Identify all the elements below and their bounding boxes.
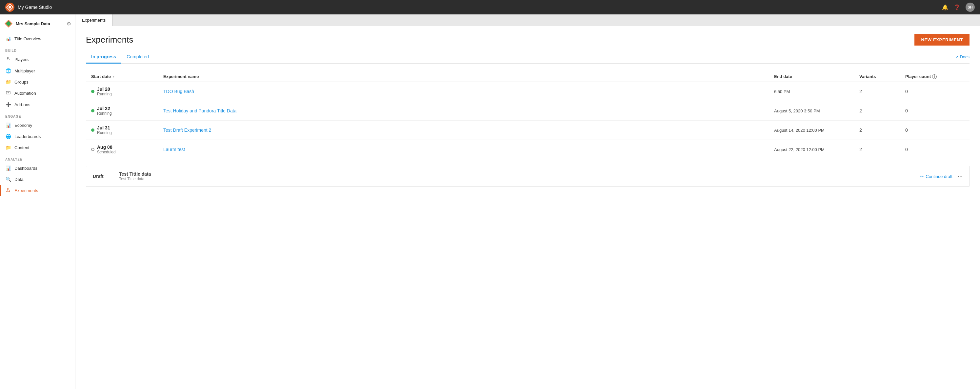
sidebar-item-title-overview[interactable]: 📊 Title Overview — [0, 33, 75, 44]
end-date-col: 6:50 PM — [774, 89, 859, 94]
start-date-col: Aug 08 Scheduled — [91, 144, 163, 154]
info-icon[interactable]: i — [932, 75, 937, 79]
end-date-col: August 14, 2020 12:00 PM — [774, 128, 859, 133]
sidebar: Mrs Sample Data ⚙ 📊 Title Overview BUILD… — [0, 14, 75, 389]
draft-name-col: Test Tittle data Test Tittle data — [119, 171, 913, 181]
content-icon: 📁 — [5, 145, 11, 150]
players-label: Players — [14, 57, 29, 62]
sidebar-item-automation[interactable]: Automation — [0, 87, 75, 99]
status-label: Running — [97, 130, 112, 135]
tab-experiments[interactable]: Experiments — [75, 14, 113, 26]
top-nav: My Game Studio 🔔 ❓ SH — [0, 0, 980, 14]
sidebar-item-leaderboards[interactable]: 🌐 Leaderboards — [0, 131, 75, 142]
variants-col: 2 — [859, 147, 905, 152]
notification-icon[interactable]: 🔔 — [942, 4, 948, 11]
variants-col: 2 — [859, 127, 905, 133]
start-date-col: Jul 20 Running — [91, 87, 163, 96]
status-label: Running — [97, 111, 112, 116]
multiplayer-icon: 🌐 — [5, 68, 11, 73]
date-info: Jul 20 Running — [97, 87, 112, 96]
experiment-link[interactable]: Test Draft Experiment 2 — [163, 127, 211, 133]
top-nav-right: 🔔 ❓ SH — [942, 3, 975, 12]
svg-point-5 — [8, 57, 9, 59]
groups-icon: 📁 — [5, 79, 11, 84]
bar-chart-icon: 📊 — [5, 36, 11, 41]
user-name: Mrs Sample Data — [16, 21, 50, 26]
date-info: Aug 08 Scheduled — [97, 144, 116, 154]
sub-tabs: In progress Completed ↗ Docs — [86, 51, 969, 64]
sidebar-item-economy[interactable]: 📊 Economy — [0, 120, 75, 131]
content-label: Content — [14, 145, 30, 150]
sidebar-item-experiments[interactable]: Experiments — [0, 185, 75, 196]
content-area: Experiments NEW EXPERIMENT In progress C… — [75, 26, 980, 389]
build-section-label: BUILD — [0, 44, 75, 54]
leaderboards-icon: 🌐 — [5, 134, 11, 139]
logo-icon — [5, 3, 14, 12]
addons-label: Add-ons — [14, 102, 30, 107]
status-label: Scheduled — [97, 150, 116, 154]
experiment-link[interactable]: TDO Bug Bash — [163, 89, 194, 94]
status-dot — [91, 109, 94, 113]
settings-icon[interactable]: ⚙ — [67, 21, 71, 27]
more-options-button[interactable]: ··· — [958, 173, 963, 180]
sidebar-item-dashboards[interactable]: 📊 Dashboards — [0, 162, 75, 174]
docs-link[interactable]: ↗ Docs — [955, 51, 969, 63]
sidebar-item-data[interactable]: 🔍 Data — [0, 174, 75, 185]
tab-completed[interactable]: Completed — [121, 51, 154, 64]
user-avatar[interactable]: SH — [966, 3, 975, 12]
svg-point-2 — [8, 6, 11, 8]
col-start-date[interactable]: Start date ↑ — [91, 74, 163, 79]
title-overview-label: Title Overview — [14, 37, 41, 41]
table-row: Aug 08 Scheduled Laurm test August 22, 2… — [86, 140, 969, 159]
groups-label: Groups — [14, 79, 29, 84]
end-date-col: August 5, 2020 3:50 PM — [774, 108, 859, 113]
sidebar-item-addons[interactable]: ➕ Add-ons — [0, 99, 75, 110]
experiment-link[interactable]: Test Holiday and Pandora Title Data — [163, 108, 236, 113]
player-count-col: 0 — [905, 127, 964, 133]
sidebar-user: Mrs Sample Data — [4, 19, 50, 28]
experiments-icon — [5, 188, 11, 193]
main-content: Experiments Experiments NEW EXPERIMENT I… — [75, 14, 980, 389]
experiment-link[interactable]: Laurm test — [163, 147, 185, 152]
players-icon — [5, 57, 11, 62]
page-title: Experiments — [86, 35, 134, 45]
engage-section-label: ENGAGE — [0, 110, 75, 120]
sidebar-item-groups[interactable]: 📁 Groups — [0, 76, 75, 87]
end-date-col: August 22, 2020 12:00 PM — [774, 147, 859, 152]
new-experiment-button[interactable]: NEW EXPERIMENT — [915, 34, 969, 46]
col-variants: Variants — [859, 74, 905, 79]
external-link-icon: ↗ — [955, 55, 958, 59]
table-body: Jul 20 Running TDO Bug Bash 6:50 PM 2 0 … — [86, 82, 969, 159]
status-dot — [91, 129, 94, 132]
col-experiment-name: Experiment name — [163, 74, 774, 79]
table-header: Start date ↑ Experiment name End date Va… — [86, 71, 969, 82]
experiment-name-col: Laurm test — [163, 147, 774, 152]
dashboards-icon: 📊 — [5, 165, 11, 171]
player-count-col: 0 — [905, 147, 964, 152]
economy-icon: 📊 — [5, 122, 11, 128]
main-layout: Mrs Sample Data ⚙ 📊 Title Overview BUILD… — [0, 14, 980, 389]
tab-in-progress[interactable]: In progress — [86, 51, 121, 64]
page-header: Experiments NEW EXPERIMENT — [86, 34, 969, 46]
continue-draft-button[interactable]: ✏ Continue draft — [920, 174, 953, 179]
player-count-col: 0 — [905, 89, 964, 94]
table-row: Jul 31 Running Test Draft Experiment 2 A… — [86, 121, 969, 140]
draft-title: Test Tittle data — [119, 171, 913, 177]
date-info: Jul 22 Running — [97, 106, 112, 116]
sidebar-item-multiplayer[interactable]: 🌐 Multiplayer — [0, 65, 75, 76]
sub-tabs-left: In progress Completed — [86, 51, 154, 63]
variants-col: 2 — [859, 89, 905, 94]
start-date-col: Jul 22 Running — [91, 106, 163, 116]
col-player-count: Player count i — [905, 74, 964, 79]
sidebar-item-content[interactable]: 📁 Content — [0, 142, 75, 153]
help-icon[interactable]: ❓ — [954, 4, 960, 11]
experiment-name-col: Test Draft Experiment 2 — [163, 127, 774, 133]
sort-icon: ↑ — [113, 75, 115, 79]
sidebar-item-players[interactable]: Players — [0, 54, 75, 65]
economy-label: Economy — [14, 123, 32, 128]
leaderboards-label: Leaderboards — [14, 134, 41, 139]
status-dot — [91, 90, 94, 93]
draft-actions: ✏ Continue draft ··· — [920, 173, 963, 180]
automation-icon — [5, 91, 11, 96]
multiplayer-label: Multiplayer — [14, 68, 35, 73]
